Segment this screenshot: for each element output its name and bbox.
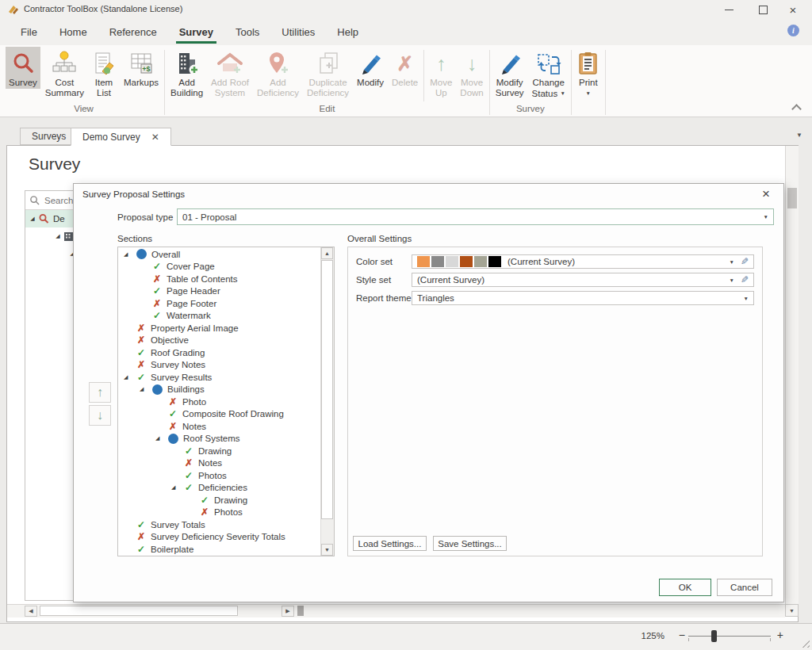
expander-icon[interactable]: ◢ xyxy=(140,385,151,393)
svg-text:+$: +$ xyxy=(142,65,150,73)
tree-item[interactable]: ✓ Watermark xyxy=(118,310,321,323)
resize-grip[interactable] xyxy=(799,637,810,648)
tab-demo-survey[interactable]: Demo Survey ✕ xyxy=(71,128,171,146)
item-list-button[interactable]: ItemList xyxy=(89,47,119,99)
tree-item[interactable]: ✓ Drawing xyxy=(118,494,321,507)
report-theme-select[interactable]: Triangles ▼ xyxy=(412,291,754,305)
tree-item[interactable]: ◢ Overall xyxy=(118,248,321,261)
tab-tools[interactable]: Tools xyxy=(224,19,270,45)
tab-utilities[interactable]: Utilities xyxy=(270,19,326,45)
cancel-button[interactable]: Cancel xyxy=(717,579,772,596)
zoom-slider-track[interactable] xyxy=(688,636,771,637)
proposal-type-select[interactable]: 01 - Proposal ▼ xyxy=(177,208,774,225)
modify-button[interactable]: Modify xyxy=(354,47,387,89)
tree-item[interactable]: ◢ Buildings xyxy=(118,384,321,396)
expander-icon[interactable]: ◢ xyxy=(171,484,183,491)
style-set-select[interactable]: (Current Survey) ▼ ✎ xyxy=(412,273,754,287)
tab-close-icon[interactable]: ✕ xyxy=(151,132,159,143)
tree-item[interactable]: ✓ Roof Grading xyxy=(118,346,321,359)
expander-icon[interactable]: ◢ xyxy=(52,233,63,239)
splitter-handle[interactable] xyxy=(297,606,304,616)
add-deficiency-button[interactable]: AddDeficiency xyxy=(254,47,302,99)
survey-node-icon xyxy=(38,213,49,224)
tree-item[interactable]: ◢ ✓ Survey Results xyxy=(118,371,321,384)
move-section-up-button[interactable]: ↑ xyxy=(89,382,111,403)
tab-list-caret-icon[interactable]: ▼ xyxy=(796,132,802,139)
scrollbar-thumb[interactable] xyxy=(40,606,238,616)
tab-home[interactable]: Home xyxy=(48,19,98,45)
scrollbar-thumb[interactable] xyxy=(321,260,333,519)
tree-item[interactable]: ✗ Survey Deficiency Severity Totals xyxy=(118,531,321,544)
tree-item[interactable]: ✗ Photo xyxy=(118,396,321,408)
dialog-close-icon[interactable]: × xyxy=(762,186,770,202)
tree-item-label: Cover Page xyxy=(167,262,215,271)
survey-view-button[interactable]: Survey xyxy=(6,47,40,89)
add-roof-system-button[interactable]: Add RoofSystem xyxy=(208,47,252,99)
tree-item[interactable]: ✓ Drawing xyxy=(118,445,321,457)
duplicate-deficiency-button[interactable]: DuplicateDeficiency xyxy=(304,47,352,99)
scroll-up-icon[interactable]: ▲ xyxy=(321,247,333,259)
change-status-button[interactable]: ChangeStatus ▼ xyxy=(529,47,569,100)
expander-icon[interactable]: ◢ xyxy=(27,216,38,222)
tree-item[interactable]: ✗ Photos xyxy=(118,507,321,519)
delete-button[interactable]: ✗ Delete xyxy=(389,47,421,89)
close-button[interactable]: × xyxy=(778,0,808,19)
color-swatch xyxy=(417,256,430,267)
tree-item[interactable]: ◢ ✓ Deficiencies xyxy=(118,482,321,495)
tab-file[interactable]: File xyxy=(10,19,48,45)
scroll-down-icon[interactable]: ▼ xyxy=(785,604,799,617)
tab-reference[interactable]: Reference xyxy=(98,19,168,45)
tree-item[interactable]: ✗ Notes xyxy=(118,420,321,433)
expander-icon[interactable]: ◢ xyxy=(124,373,136,381)
zoom-slider-thumb[interactable] xyxy=(711,630,717,642)
zoom-in-button[interactable]: + xyxy=(777,629,783,641)
scrollbar-thumb[interactable] xyxy=(787,188,797,208)
color-set-select[interactable]: (Current Survey) ▼ ✎ xyxy=(412,254,754,269)
vertical-scrollbar[interactable] xyxy=(785,146,799,604)
tree-item[interactable]: ✓ Survey Totals xyxy=(118,518,321,531)
minimize-button[interactable] xyxy=(714,0,744,19)
zoom-out-button[interactable]: − xyxy=(679,629,685,641)
tab-help[interactable]: Help xyxy=(326,19,370,45)
ok-button[interactable]: OK xyxy=(659,579,711,596)
tree-item[interactable]: ✓ Composite Roof Drawing xyxy=(118,408,321,421)
tree-item[interactable]: ✗ Objective xyxy=(118,335,321,347)
add-building-button[interactable]: AddBuilding xyxy=(167,47,206,99)
tab-survey[interactable]: Survey xyxy=(168,19,224,45)
tree-item[interactable]: ◢ Roof Systems xyxy=(118,433,321,445)
print-button[interactable]: Print▼ xyxy=(574,47,603,100)
tree-item[interactable]: ✗ Notes xyxy=(118,457,321,470)
modify-survey-button[interactable]: ModifySurvey xyxy=(492,47,527,99)
scroll-right-icon[interactable]: ▶ xyxy=(282,606,294,617)
scroll-left-icon[interactable]: ◀ xyxy=(25,606,37,617)
tree-vertical-scrollbar[interactable]: ▲ ▼ xyxy=(320,247,334,556)
tree-item[interactable]: ✓ Boilerplate xyxy=(118,543,321,556)
tree-item[interactable]: ✓ Photos xyxy=(118,469,321,482)
markups-button[interactable]: +$ Markups xyxy=(121,47,162,89)
scroll-down-icon[interactable]: ▼ xyxy=(321,544,333,556)
tree-item[interactable]: ✗ Survey Notes xyxy=(118,359,321,372)
edit-pencil-icon[interactable]: ✎ xyxy=(741,256,749,267)
horizontal-scrollbar[interactable]: ◀ ▶ xyxy=(7,604,785,618)
style-set-value: (Current Survey) xyxy=(417,275,730,285)
tree-item[interactable]: ✗ Table of Contents xyxy=(118,273,321,285)
move-down-button[interactable]: ↓ MoveDown xyxy=(457,47,486,99)
tree-item[interactable]: ✗ Property Aerial Image xyxy=(118,322,321,335)
ribbon-collapse-button[interactable] xyxy=(791,103,801,113)
pencil-icon xyxy=(358,49,382,78)
expander-icon[interactable]: ◢ xyxy=(124,250,136,258)
move-section-down-button[interactable]: ↓ xyxy=(89,405,111,426)
load-settings-button[interactable]: Load Settings... xyxy=(353,536,427,551)
cost-summary-button[interactable]: CostSummary xyxy=(42,47,87,99)
tree-item[interactable]: ✗ Page Footer xyxy=(118,297,321,310)
expander-icon[interactable]: ◢ xyxy=(155,434,167,442)
edit-pencil-icon[interactable]: ✎ xyxy=(741,274,749,285)
maximize-button[interactable] xyxy=(748,0,778,19)
info-icon[interactable]: i xyxy=(787,25,799,36)
tab-surveys[interactable]: Surveys xyxy=(20,128,78,145)
tree-item[interactable]: ✓ Cover Page xyxy=(118,261,321,273)
move-up-button[interactable]: ↑ MoveUp xyxy=(427,47,455,99)
save-settings-button[interactable]: Save Settings... xyxy=(433,536,507,551)
ribbon-group-survey: ModifySurvey ChangeStatus ▼ Survey xyxy=(492,47,569,117)
tree-item[interactable]: ✓ Page Header xyxy=(118,285,321,298)
